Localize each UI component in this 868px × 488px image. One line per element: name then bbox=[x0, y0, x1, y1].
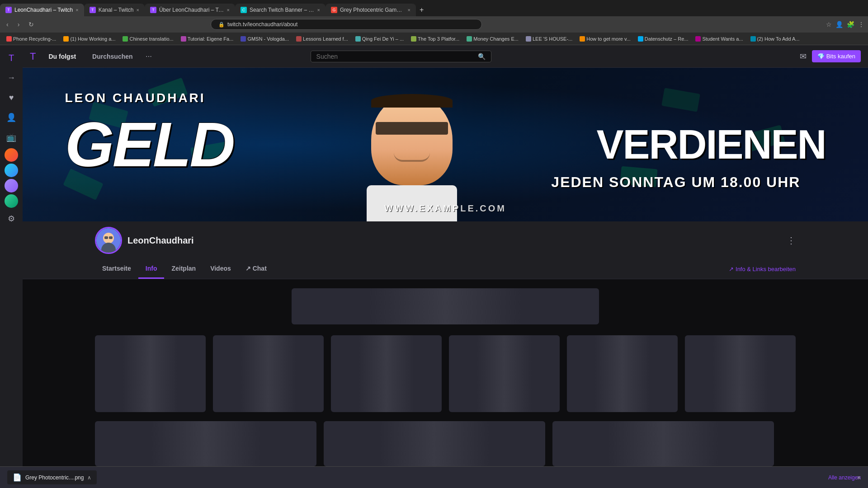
banner-name: LEON CHAUDHARI bbox=[65, 91, 206, 105]
tab-1-title: LeonChaudhari – Twitch bbox=[14, 7, 73, 13]
extensions-icon[interactable]: 🧩 bbox=[847, 21, 854, 28]
top-nav: T Du folgst Durchsuchen ⋯ 🔍 ✉ 💎 Bits kau… bbox=[23, 45, 868, 68]
bookmark-12[interactable]: Datenschutz – Re... bbox=[635, 35, 691, 42]
show-all-button[interactable]: Alle anzeigen bbox=[828, 474, 861, 481]
back-button[interactable]: ‹ bbox=[4, 20, 11, 29]
forward-button[interactable]: › bbox=[15, 20, 23, 29]
sidebar-avatar-3[interactable] bbox=[5, 179, 18, 192]
sidebar-avatar-1[interactable] bbox=[5, 148, 18, 162]
tab-3[interactable]: T Über LeonChaudhari – Twitch × bbox=[145, 4, 235, 16]
channel-banner: LEON CHAUDHARI GELD VERDIENEN bbox=[23, 68, 868, 221]
tab-3-title: Über LeonChaudhari – Twitch bbox=[159, 7, 224, 13]
channel-avatar bbox=[95, 227, 122, 254]
skeleton-grid-2 bbox=[95, 421, 796, 466]
nav-twitch-logo[interactable]: T bbox=[30, 51, 36, 62]
sidebar: T → ♥ 👤 📺 ⚙ bbox=[0, 45, 23, 488]
nav-browse[interactable]: Durchsuchen bbox=[89, 51, 136, 62]
tab-5[interactable]: G Grey Photocentric Game Night... × bbox=[326, 4, 416, 16]
refresh-button[interactable]: ↻ bbox=[26, 20, 37, 29]
channel-avatar-image bbox=[96, 228, 121, 253]
skeleton-card-6 bbox=[685, 335, 796, 412]
url-bar[interactable]: 🔒 twitch.tv/leonchaudhari/about bbox=[211, 19, 482, 30]
browser-chrome: T LeonChaudhari – Twitch × T Kanal – Twi… bbox=[0, 0, 868, 45]
search-bar[interactable]: 🔍 bbox=[311, 51, 491, 62]
skeleton-card-4 bbox=[449, 335, 560, 412]
tab-info[interactable]: Info bbox=[138, 259, 165, 279]
bookmark-2[interactable]: (1) How Working a... bbox=[61, 35, 118, 42]
skeleton-wide bbox=[292, 288, 599, 324]
sidebar-settings-icon[interactable]: ⚙ bbox=[2, 210, 20, 228]
sidebar-profile-icon[interactable]: 👤 bbox=[2, 108, 20, 127]
bookmark-13[interactable]: Student Wants a... bbox=[693, 35, 745, 42]
skeleton-card-3 bbox=[331, 335, 442, 412]
bookmark-8[interactable]: The Top 3 Platfor... bbox=[408, 35, 462, 42]
tab-4[interactable]: C Search Twitch Banner – Canva × bbox=[235, 4, 326, 16]
channel-info: LeonChaudhari ⋮ bbox=[23, 221, 868, 259]
browser-actions: ☆ 👤 🧩 ⋮ bbox=[826, 21, 864, 28]
tab-startseite[interactable]: Startseite bbox=[95, 259, 138, 279]
main-content: T Du folgst Durchsuchen ⋯ 🔍 ✉ 💎 Bits kau… bbox=[23, 45, 868, 488]
tab-videos[interactable]: Videos bbox=[203, 259, 238, 279]
bookmark-5[interactable]: GMSN - Vologda... bbox=[238, 35, 292, 42]
nav-more-icon[interactable]: ⋯ bbox=[146, 53, 152, 60]
tab-4-close[interactable]: × bbox=[317, 7, 320, 13]
bookmarks-bar: Phone Recycling-... (1) How Working a...… bbox=[0, 33, 868, 45]
tab-chat[interactable]: ↗ Chat bbox=[238, 259, 274, 279]
bottom-close-button[interactable]: × bbox=[857, 474, 861, 481]
sidebar-avatar-2[interactable] bbox=[5, 164, 18, 177]
tab-3-close[interactable]: × bbox=[226, 7, 229, 13]
tab-2-close[interactable]: × bbox=[136, 7, 139, 13]
sidebar-esports-icon[interactable]: 📺 bbox=[2, 128, 20, 146]
tab-bar: T LeonChaudhari – Twitch × T Kanal – Twi… bbox=[0, 0, 868, 16]
tab-5-close[interactable]: × bbox=[407, 7, 410, 13]
banner-schedule: JEDEN SONNTAG UM 18.00 UHR bbox=[551, 174, 800, 191]
bottom-notification-bar: 📄 Grey Photocentric....png ∧ Alle anzeig… bbox=[0, 466, 868, 488]
channel-tabs: Startseite Info Zeitplan Videos ↗ Chat ↗… bbox=[23, 259, 868, 279]
bookmark-14[interactable]: (2) How To Add A... bbox=[748, 35, 802, 42]
edit-links-button[interactable]: ↗ Info & Links bearbeiten bbox=[729, 266, 796, 272]
skeleton-card-8 bbox=[324, 421, 545, 466]
bookmark-11[interactable]: How to get more v... bbox=[577, 35, 633, 42]
banner-verdienen-text: VERDIENEN bbox=[596, 122, 826, 168]
bottom-expand-icon[interactable]: ∧ bbox=[87, 474, 91, 481]
bookmark-3[interactable]: Chinese translatio... bbox=[120, 35, 176, 42]
new-tab-button[interactable]: + bbox=[416, 6, 427, 14]
tab-zeitplan[interactable]: Zeitplan bbox=[164, 259, 203, 279]
bits-gem-icon: 💎 bbox=[817, 53, 825, 60]
tab-3-favicon: T bbox=[150, 7, 156, 13]
sidebar-avatar-4[interactable] bbox=[5, 194, 18, 208]
sidebar-browse-icon[interactable]: → bbox=[2, 69, 20, 87]
inbox-icon[interactable]: ✉ bbox=[800, 52, 807, 61]
nav-following[interactable]: Du folgst bbox=[45, 51, 80, 62]
bookmark-7[interactable]: Qing Fei De Yi – ... bbox=[353, 35, 406, 42]
tab-2[interactable]: T Kanal – Twitch × bbox=[84, 4, 145, 16]
tab-4-favicon: C bbox=[241, 7, 247, 13]
bookmark-10[interactable]: LEE 'S HOUSE-... bbox=[523, 35, 575, 42]
menu-icon[interactable]: ⋮ bbox=[858, 21, 864, 28]
search-input[interactable] bbox=[316, 53, 474, 60]
banner-geld-text: GELD bbox=[65, 116, 234, 173]
sidebar-following-icon[interactable]: ♥ bbox=[2, 89, 20, 107]
skeleton-card-5 bbox=[567, 335, 678, 412]
banner-url: WWW.EXAMPLE.COM bbox=[384, 203, 506, 214]
bookmark-6[interactable]: Lessons Learned f... bbox=[293, 35, 351, 42]
tab-1[interactable]: T LeonChaudhari – Twitch × bbox=[0, 4, 84, 16]
bottom-file-item: 📄 Grey Photocentric....png ∧ bbox=[7, 470, 97, 484]
skeleton-card-9 bbox=[552, 421, 774, 466]
tab-1-favicon: T bbox=[5, 7, 12, 13]
banner-person bbox=[344, 68, 480, 221]
bits-button[interactable]: 💎 Bits kaufen bbox=[812, 50, 861, 62]
address-bar: ‹ › ↻ 🔒 twitch.tv/leonchaudhari/about ☆ … bbox=[0, 16, 868, 33]
tab-1-close[interactable]: × bbox=[75, 7, 78, 13]
file-icon: 📄 bbox=[13, 473, 22, 482]
tab-2-title: Kanal – Twitch bbox=[99, 7, 134, 13]
bookmark-1[interactable]: Phone Recycling-... bbox=[4, 35, 59, 42]
bookmark-icon[interactable]: ☆ bbox=[826, 21, 832, 28]
bookmark-9[interactable]: Money Changes E... bbox=[464, 35, 521, 42]
twitch-app: T → ♥ 👤 📺 ⚙ T Du folgst Durchsuchen ⋯ 🔍 … bbox=[0, 45, 868, 488]
bookmark-4[interactable]: Tutorial: Eigene Fa... bbox=[178, 35, 236, 42]
twitch-logo-icon[interactable]: T bbox=[2, 49, 20, 67]
channel-username: LeonChaudhari bbox=[127, 235, 194, 246]
channel-more-button[interactable]: ⋮ bbox=[787, 235, 796, 246]
profile-icon[interactable]: 👤 bbox=[835, 21, 843, 28]
